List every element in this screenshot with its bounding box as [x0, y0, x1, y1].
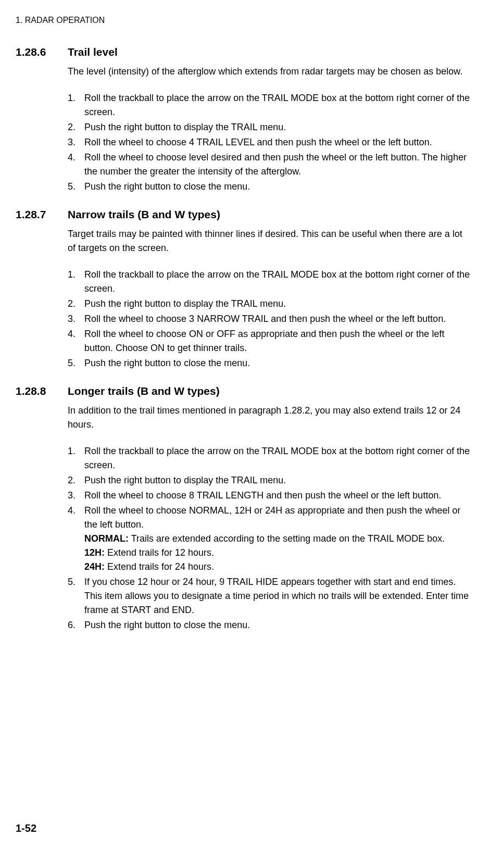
section-intro: In addition to the trail times mentioned…: [68, 404, 473, 432]
section-number: 1.28.6: [16, 46, 68, 58]
section-number: 1.28.8: [16, 385, 68, 397]
step-list: Roll the trackball to place the arrow on…: [68, 91, 473, 194]
list-item: Roll the wheel to choose 8 TRAIL LENGTH …: [68, 489, 473, 503]
section-narrow-trails: 1.28.7 Narrow trails (B and W types) Tar…: [16, 208, 473, 370]
sub-label: NORMAL:: [84, 533, 129, 544]
step-list: Roll the trackball to place the arrow on…: [68, 268, 473, 370]
list-item: Roll the wheel to choose 3 NARROW TRAIL …: [68, 312, 473, 326]
list-item: Roll the trackball to place the arrow on…: [68, 444, 473, 472]
section-number: 1.28.7: [16, 208, 68, 221]
page-number: 1-52: [16, 822, 36, 834]
list-item: Push the right button to display the TRA…: [68, 473, 473, 488]
list-item: Roll the trackball to place the arrow on…: [68, 91, 473, 119]
sub-text: Extend trails for 24 hours.: [105, 561, 214, 572]
section-longer-trails: 1.28.8 Longer trails (B and W types) In …: [16, 385, 473, 632]
list-item: Push the right button to close the menu.: [68, 180, 473, 194]
section-intro: Target trails may be painted with thinne…: [68, 227, 473, 255]
section-trail-level: 1.28.6 Trail level The level (intensity)…: [16, 46, 473, 194]
step-list: Roll the trackball to place the arrow on…: [68, 444, 473, 632]
list-item: Roll the wheel to choose level desired a…: [68, 151, 473, 179]
list-item: Roll the wheel to choose NORMAL, 12H or …: [68, 504, 473, 574]
sub-text: Extend trails for 12 hours.: [105, 547, 214, 558]
list-item: Roll the wheel to choose 4 TRAIL LEVEL a…: [68, 135, 473, 149]
page-header: 1. RADAR OPERATION: [16, 16, 473, 25]
section-title: Trail level: [68, 46, 118, 58]
list-item: Roll the wheel to choose ON or OFF as ap…: [68, 327, 473, 355]
sub-label: 24H:: [84, 561, 105, 572]
list-item: If you chose 12 hour or 24 hour, 9 TRAIL…: [68, 575, 473, 617]
step-text: Roll the wheel to choose NORMAL, 12H or …: [84, 505, 460, 530]
sub-label: 12H:: [84, 547, 105, 558]
section-title: Longer trails (B and W types): [68, 385, 220, 397]
list-item: Push the right button to close the menu.: [68, 356, 473, 370]
list-item: Push the right button to display the TRA…: [68, 297, 473, 311]
list-item: Push the right button to close the menu.: [68, 618, 473, 632]
list-item: Push the right button to display the TRA…: [68, 120, 473, 134]
section-intro: The level (intensity) of the afterglow w…: [68, 65, 473, 79]
sub-text: Trails are extended according to the set…: [129, 533, 445, 544]
list-item: Roll the trackball to place the arrow on…: [68, 268, 473, 296]
section-title: Narrow trails (B and W types): [68, 208, 220, 221]
